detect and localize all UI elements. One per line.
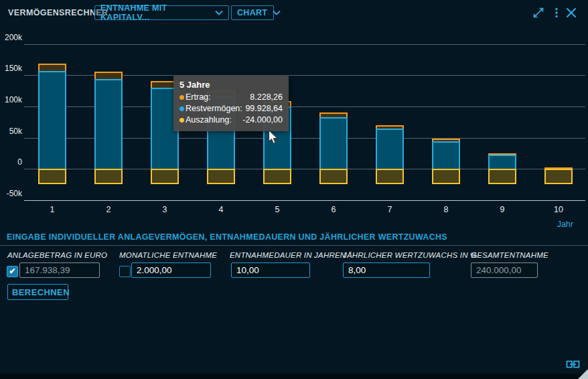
checkbox-entnahme[interactable] [119, 266, 131, 277]
bar-auszahlung-jahr-5[interactable] [263, 169, 291, 183]
bar-auszahlung-jahr-7[interactable] [376, 169, 404, 183]
calculation-mode-dropdown[interactable]: ENTNAHME MIT KAPITALV... [94, 5, 229, 20]
bar-auszahlung-jahr-8[interactable] [432, 169, 460, 183]
field-label-gesamtentnahme: GESAMTENTNAHME [471, 251, 548, 259]
bar-auszahlung-jahr-6[interactable] [319, 169, 348, 183]
bar-auszahlung-jahr-4[interactable] [207, 169, 235, 183]
tooltip-series-value: -24.000,00 [242, 115, 283, 126]
calculate-button[interactable]: BERECHNEN [7, 284, 68, 300]
bar-auszahlung-jahr-1[interactable] [38, 169, 66, 183]
input-anlagebetrag[interactable] [19, 262, 100, 278]
tooltip-series-label: Auszahlung: [186, 115, 232, 126]
bar-auszahlung-jahr-9[interactable] [488, 169, 516, 183]
view-type-value: CHART [237, 8, 267, 17]
bar-auszahlung-jahr-10[interactable] [544, 169, 573, 183]
bar-ertrag-jahr-1[interactable] [38, 64, 66, 72]
expand-icon[interactable] [532, 7, 544, 19]
x-axis-tick-label: 2 [94, 205, 123, 214]
checkbox-anlagebetrag[interactable]: ✔ [7, 266, 18, 277]
vermoegensrechner-window: VERMÖGENSRECHNER ENTNAHME MIT KAPITALV..… [0, 0, 588, 379]
x-axis-tick-label: 4 [207, 205, 235, 214]
chevron-down-icon [215, 10, 223, 15]
field-label-wertzuwachs: JÄHRLICHER WERTZUWACHS IN % [343, 251, 477, 259]
series-bullet-icon [179, 95, 184, 100]
bar-auszahlung-jahr-3[interactable] [151, 169, 179, 183]
view-type-dropdown[interactable]: CHART [231, 5, 274, 20]
tooltip-row: Restvermögen:99.928,64 [179, 103, 283, 115]
chart-tooltip: 5 Jahre Ertrag:8.228,26Restvermögen:99.9… [173, 75, 289, 131]
tooltip-title: 5 Jahre [179, 80, 283, 90]
gridline--50k [24, 200, 585, 201]
bar-ertrag-jahr-9[interactable] [488, 153, 516, 155]
series-bullet-icon [179, 106, 184, 111]
section-title: EINGABE INDIVIDUELLER ANLAGEVERMÖGEN, EN… [7, 232, 447, 242]
y-axis-tick-label: 50k [0, 127, 22, 136]
calculation-mode-value: ENTNAHME MIT KAPITALV... [100, 3, 210, 22]
y-axis-tick-label: 0 [0, 157, 22, 167]
x-axis-tick-label: 7 [376, 205, 404, 214]
tooltip-series-value: 8.228,26 [250, 92, 283, 103]
bar-ertrag-jahr-7[interactable] [376, 125, 404, 129]
bar-auszahlung-jahr-2[interactable] [94, 169, 123, 183]
gridline-200k [24, 44, 585, 45]
series-bullet-icon [179, 118, 184, 123]
titlebar: VERMÖGENSRECHNER ENTNAHME MIT KAPITALV..… [0, 0, 588, 25]
x-axis-tick-label: 3 [151, 205, 179, 214]
bar-restvermoegen-jahr-6[interactable] [319, 117, 348, 169]
tooltip-series-label: Ertrag: [186, 92, 211, 103]
kebab-menu-icon[interactable] [550, 7, 563, 19]
bottom-strip [0, 374, 588, 379]
link-icon[interactable] [566, 360, 580, 370]
chevron-down-icon [273, 10, 281, 15]
page-title: VERMÖGENSRECHNER [8, 8, 108, 17]
tooltip-series-label: Restvermögen: [186, 103, 242, 115]
x-axis-tick-label: 10 [544, 205, 573, 214]
x-axis-tick-label: 1 [38, 205, 66, 214]
y-axis-tick-label: 150k [0, 64, 22, 73]
section-divider [0, 245, 588, 246]
x-axis-tick-label: 8 [432, 205, 460, 214]
x-axis-tick-label: 6 [319, 205, 348, 214]
bar-ertrag-jahr-6[interactable] [319, 112, 348, 117]
input-gesamtentnahme[interactable] [471, 262, 538, 278]
tooltip-row: Ertrag:8.228,26 [179, 92, 283, 103]
bar-ertrag-jahr-2[interactable] [94, 72, 123, 79]
bar-restvermoegen-jahr-1[interactable] [38, 71, 66, 169]
input-wertzuwachs[interactable] [343, 262, 430, 278]
y-axis-tick-label: -50k [0, 189, 22, 198]
bar-ertrag-jahr-8[interactable] [432, 139, 460, 141]
bar-restvermoegen-jahr-7[interactable] [376, 129, 404, 169]
y-axis-tick-label: 100k [0, 95, 22, 104]
bar-restvermoegen-jahr-8[interactable] [432, 141, 460, 169]
input-entnahme[interactable] [131, 262, 211, 278]
tooltip-row: Auszahlung:-24.000,00 [179, 115, 283, 126]
resize-grip[interactable] [578, 369, 588, 379]
x-axis-tick-label: 9 [488, 205, 516, 214]
input-dauer[interactable] [231, 262, 310, 278]
bar-restvermoegen-jahr-9[interactable] [488, 155, 516, 169]
y-axis-tick-label: 200k [0, 33, 22, 42]
x-axis-tick-label: 5 [263, 205, 291, 214]
close-icon[interactable] [565, 7, 577, 19]
bar-restvermoegen-jahr-2[interactable] [94, 79, 123, 169]
x-axis-title: Jahr [557, 220, 573, 229]
tooltip-series-value: 99.928,64 [245, 103, 283, 115]
field-label-dauer: ENTNAHMEDAUER IN JAHREN [230, 251, 346, 259]
field-label-anlagebetrag: ANLAGEBETRAG IN EURO [7, 251, 107, 259]
field-label-entnahme: MONATLICHE ENTNAHME [119, 251, 217, 259]
